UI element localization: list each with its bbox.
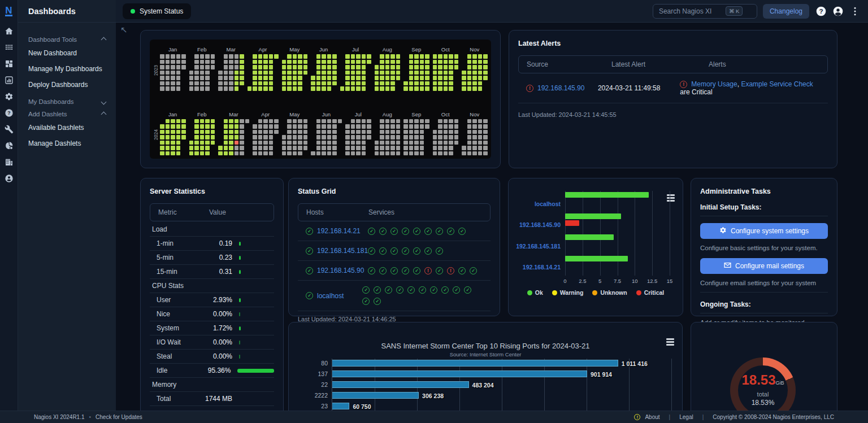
changelog-button[interactable]: Changelog — [763, 4, 809, 19]
host-category-label[interactable]: 192.168.145.181 — [509, 243, 561, 250]
service-ok-icon[interactable]: ✓ — [379, 247, 387, 255]
service-ok-icon[interactable]: ✓ — [458, 228, 466, 235]
enterprise-icon[interactable] — [0, 154, 18, 170]
service-ok-icon[interactable]: ✓ — [424, 247, 432, 255]
service-ok-icon[interactable]: ✓ — [458, 267, 466, 274]
critical-icon: ! — [526, 85, 533, 92]
heatmap-cell — [467, 130, 472, 134]
host-category-label[interactable]: 192.168.14.21 — [509, 264, 561, 271]
service-ok-icon[interactable]: ✓ — [402, 267, 409, 274]
alert-source-link[interactable]: 192.168.145.90 — [537, 84, 584, 92]
host-link[interactable]: 192.168.14.21 — [317, 227, 361, 235]
search-box[interactable]: ⌘ K — [653, 4, 757, 19]
service-ok-icon[interactable]: ✓ — [390, 247, 398, 255]
sidebar-item-manage-my-dashboards[interactable]: Manage My Dashboards — [28, 61, 108, 77]
tools-icon[interactable] — [0, 121, 18, 137]
host-link[interactable]: localhost — [317, 292, 344, 300]
heatmap-cell — [229, 65, 233, 69]
service-ok-icon[interactable]: ✓ — [402, 228, 409, 235]
incidents-icon[interactable] — [0, 137, 18, 154]
configure-mail-settings-button[interactable]: Configure mail settings — [700, 258, 828, 274]
alert-service-link[interactable]: Memory Usage — [691, 80, 737, 88]
heatmap-cell — [166, 119, 170, 124]
home-icon[interactable] — [0, 23, 18, 39]
system-status-pill[interactable]: System Status — [123, 3, 191, 19]
service-ok-icon[interactable]: ✓ — [424, 228, 432, 235]
service-ok-icon[interactable]: ✓ — [368, 247, 375, 255]
nagios-logo[interactable]: N — [0, 0, 18, 23]
host-link[interactable]: 192.168.145.181 — [317, 247, 368, 255]
service-ok-icon[interactable]: ✓ — [362, 286, 370, 294]
service-ok-icon[interactable]: ✓ — [470, 267, 477, 274]
service-ok-icon[interactable]: ✓ — [362, 298, 370, 305]
service-ok-icon[interactable]: ✓ — [436, 247, 443, 255]
service-ok-icon[interactable]: ✓ — [402, 247, 409, 255]
service-ok-icon[interactable]: ✓ — [464, 286, 471, 294]
service-ok-icon[interactable]: ✓ — [441, 286, 449, 294]
host-link[interactable]: 192.168.145.90 — [317, 267, 364, 274]
availability-heatmap-dashlet[interactable]: 2023JanFebMarAprMayJunJulAugSepOctNov202… — [140, 30, 501, 168]
sidebar-item-new-dashboard[interactable]: New Dashboard — [28, 45, 108, 61]
service-ok-icon[interactable]: ✓ — [407, 286, 415, 294]
service-ok-icon[interactable]: ✓ — [368, 267, 375, 274]
service-ok-icon[interactable]: ✓ — [447, 228, 454, 235]
heatmap-cell — [194, 124, 199, 129]
service-ok-icon[interactable]: ✓ — [374, 286, 381, 294]
alert-service-link[interactable]: Example Service Check — [741, 80, 813, 88]
apps-icon[interactable] — [0, 39, 18, 55]
service-ok-icon[interactable]: ✓ — [413, 228, 420, 235]
service-ok-icon[interactable]: ✓ — [374, 298, 381, 305]
sidebar-section-add-dashlets[interactable]: Add Dashlets — [28, 111, 108, 117]
search-input[interactable] — [659, 7, 721, 15]
heatmap-cell — [462, 81, 466, 86]
service-critical-icon[interactable]: ! — [424, 267, 432, 274]
legend-item-ok[interactable]: Ok — [527, 289, 543, 296]
heatmap-cell — [385, 76, 390, 80]
service-ok-icon[interactable]: ✓ — [453, 286, 460, 294]
service-ok-icon[interactable]: ✓ — [419, 286, 426, 294]
reports-icon[interactable] — [0, 72, 18, 88]
legend-item-critical[interactable]: Critical — [636, 289, 665, 296]
heatmap-cell — [181, 60, 186, 64]
heatmap-cell — [176, 71, 181, 75]
sidebar-item-manage-dashlets[interactable]: Manage Dashlets — [28, 136, 108, 151]
dashboards-icon[interactable] — [0, 55, 18, 72]
help-circle-icon[interactable]: ? — [815, 5, 827, 18]
heatmap-cell — [240, 81, 244, 86]
service-ok-icon[interactable]: ✓ — [430, 286, 437, 294]
help-icon[interactable]: ? — [0, 104, 18, 121]
service-ok-icon[interactable]: ✓ — [436, 228, 443, 235]
configure-system-settings-button[interactable]: Configure system settings — [700, 223, 828, 239]
heatmap-cell — [189, 71, 194, 75]
about-link[interactable]: About — [645, 414, 659, 420]
heatmap-cell — [367, 60, 371, 64]
account-avatar-icon[interactable] — [832, 5, 844, 18]
check-updates-link[interactable]: Check for Updates — [96, 414, 142, 420]
service-ok-icon[interactable]: ✓ — [413, 267, 420, 274]
service-ok-icon[interactable]: ✓ — [390, 228, 398, 235]
service-ok-icon[interactable]: ✓ — [379, 228, 387, 235]
service-ok-icon[interactable]: ✓ — [413, 247, 420, 255]
legend-item-warning[interactable]: Warning — [552, 289, 584, 296]
service-ok-icon[interactable]: ✓ — [390, 267, 398, 274]
overflow-menu-icon[interactable] — [849, 5, 861, 18]
service-ok-icon[interactable]: ✓ — [436, 267, 443, 274]
sidebar-section-my-dashboards[interactable]: My Dashboards — [28, 98, 108, 105]
legal-link[interactable]: Legal — [679, 414, 693, 420]
heatmap-cell — [258, 141, 263, 145]
service-critical-icon[interactable]: ! — [447, 267, 454, 274]
legend-item-unknown[interactable]: Unknown — [592, 289, 627, 296]
settings-icon[interactable] — [0, 88, 18, 104]
host-category-label[interactable]: 192.168.145.90 — [509, 221, 561, 228]
service-ok-icon[interactable]: ✓ — [385, 286, 392, 294]
sidebar-section-dashboard-tools[interactable]: Dashboard Tools — [28, 36, 108, 43]
sidebar-item-deploy-dashboards[interactable]: Deploy Dashboards — [28, 77, 108, 93]
service-ok-icon[interactable]: ✓ — [379, 267, 387, 274]
host-category-label[interactable]: localhost — [509, 200, 561, 207]
heatmap-cell — [258, 81, 263, 86]
heatmap-cell — [200, 86, 205, 91]
sidebar-item-available-dashlets[interactable]: Available Dashlets — [28, 120, 108, 136]
service-ok-icon[interactable]: ✓ — [368, 228, 375, 235]
service-ok-icon[interactable]: ✓ — [396, 286, 403, 294]
account-icon[interactable] — [0, 170, 18, 186]
